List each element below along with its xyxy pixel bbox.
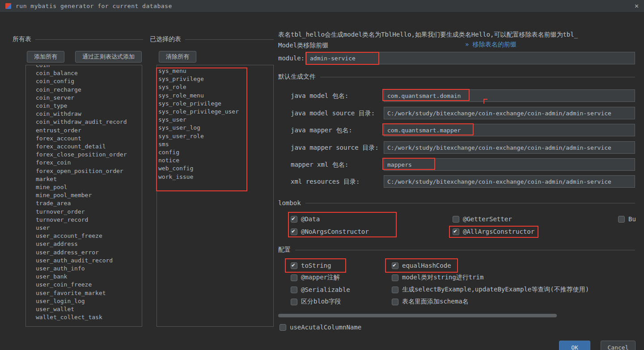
add-all-button[interactable]: 添加所有 <box>27 51 64 63</box>
lombok-gettersetter-checkbox[interactable]: @GetterSetter <box>453 215 512 223</box>
all-tables-list[interactable]: coincoin_balancecoin_configcoin_recharge… <box>25 65 142 327</box>
list-item[interactable]: forex_close_position_order <box>36 151 142 159</box>
list-item[interactable]: sys_role_privilege_user <box>158 108 273 116</box>
config-schema-name-checkbox[interactable]: 表名里面添加schema名 <box>392 298 469 306</box>
checkbox-box[interactable] <box>453 216 459 223</box>
checkbox-box[interactable] <box>291 287 297 293</box>
list-item[interactable]: coin_withdraw <box>36 110 142 118</box>
lombok-allargsconstructor-checkbox[interactable]: @AllArgsConstructor <box>453 228 534 236</box>
config-mapper-annotation-checkbox[interactable]: @mapper注解 <box>291 274 340 282</box>
list-item[interactable]: coin_withdraw_audit_record <box>36 118 142 126</box>
list-item[interactable]: coin_balance <box>36 69 142 77</box>
checkbox-box[interactable] <box>392 299 398 305</box>
list-item[interactable]: forex_coin <box>36 159 142 167</box>
java-model-package-input[interactable]: com.quantsmart.domain <box>384 89 635 102</box>
list-item[interactable]: config <box>158 148 273 156</box>
selected-tables-list[interactable]: sys_menusys_privilegesys_rolesys_role_me… <box>157 65 274 327</box>
close-icon[interactable]: ✕ <box>635 3 639 9</box>
add-by-regex-button[interactable]: 通过正则表达式添加 <box>75 51 142 63</box>
checkbox-box[interactable] <box>291 262 297 269</box>
list-item[interactable]: user_wallet <box>36 305 142 313</box>
list-item[interactable]: notice <box>158 156 273 164</box>
list-item[interactable]: user_address <box>36 240 142 248</box>
checkbox-box[interactable] <box>291 228 297 235</box>
list-item[interactable]: sys_role_privilege <box>158 100 273 108</box>
checkbox-box[interactable] <box>291 274 297 281</box>
list-item[interactable]: mine_pool_member <box>36 191 142 199</box>
scrollbar-thumb[interactable] <box>278 314 557 317</box>
java-model-source-label: java model source 目录: <box>291 110 375 118</box>
module-row: module: admin-service <box>278 52 635 64</box>
config-serializable-checkbox[interactable]: @Serializable <box>291 286 350 294</box>
cancel-button[interactable]: Cancel <box>601 341 636 350</box>
list-item[interactable]: coin <box>36 65 142 69</box>
list-item[interactable]: forex_account <box>36 135 142 143</box>
list-item[interactable]: sys_menu <box>158 67 273 75</box>
list-item[interactable]: forex_account_detail <box>36 143 142 151</box>
list-item[interactable]: user_address_error <box>36 249 142 257</box>
list-item[interactable]: sys_role <box>158 83 273 91</box>
use-actual-column-name-checkbox[interactable]: useAcutalColumnName <box>280 323 361 331</box>
checkbox-label: @NoArgsConstructor <box>301 228 369 235</box>
list-item[interactable]: coin_recharge <box>36 86 142 94</box>
checkbox-box[interactable] <box>392 262 398 269</box>
checkbox-label: @AllArgsConstructor <box>463 228 534 235</box>
horizontal-scrollbar[interactable] <box>278 314 635 317</box>
list-item[interactable]: user_coin_freeze <box>36 281 142 289</box>
xml-resources-input[interactable]: C:/work/study/bitexchange/coin-exchange/… <box>384 175 635 188</box>
list-item[interactable]: market <box>36 175 142 183</box>
list-item[interactable]: web_config <box>158 164 273 173</box>
generator-settings-panel: 表名tbl_hello会生成model类名为TblHello,如果我们要生成类名… <box>278 28 644 350</box>
java-mapper-source-input[interactable]: C:/work/study/bitexchange/coin-exchange/… <box>384 141 635 154</box>
list-item[interactable]: coin_config <box>36 77 142 85</box>
java-mapper-package-input[interactable]: com.quantsmart.mapper <box>384 124 635 136</box>
list-item[interactable]: turnover_record <box>36 216 142 224</box>
list-item[interactable]: user_favorite_market <box>36 289 142 297</box>
section-default-files-label: 默认生成文件 <box>278 73 316 81</box>
checkbox-box[interactable] <box>618 216 625 223</box>
list-item[interactable]: work_issue <box>158 173 273 181</box>
lombok-data-checkbox[interactable]: @Data <box>291 215 320 223</box>
list-item[interactable]: sys_user_role <box>158 132 273 140</box>
config-blob-field-checkbox[interactable]: 区分blob字段 <box>291 298 341 306</box>
checkbox-box[interactable] <box>392 274 398 281</box>
ok-button[interactable]: OK <box>559 341 590 350</box>
mapper-xml-package-input[interactable]: mappers <box>384 158 635 171</box>
list-item[interactable]: user_account_freeze <box>36 232 142 240</box>
list-item[interactable]: turnover_order <box>36 208 142 216</box>
list-item[interactable]: wallet_collect_task <box>36 313 142 321</box>
java-model-source-input[interactable]: C:/work/study/bitexchange/coin-exchange/… <box>384 107 635 119</box>
list-item[interactable]: entrust_order <box>36 127 142 135</box>
clear-all-button[interactable]: 清除所有 <box>159 51 196 63</box>
list-item[interactable]: coin_type <box>36 102 142 110</box>
config-string-trim-checkbox[interactable]: model类对string进行trim <box>392 274 483 282</box>
list-item[interactable]: sys_role_menu <box>158 92 273 100</box>
list-item[interactable]: user_bank <box>36 273 142 281</box>
list-item[interactable]: sys_user <box>158 116 273 124</box>
list-item[interactable]: coin_server <box>36 94 142 102</box>
list-item[interactable]: trade_area <box>36 199 142 207</box>
lombok-noargsconstructor-checkbox[interactable]: @NoArgsConstructor <box>291 228 369 236</box>
list-item[interactable]: sys_privilege <box>158 75 273 83</box>
remove-prefix-link[interactable]: » 移除表名的前缀 <box>465 41 517 49</box>
mapper-xml-package-label: mapper xml 包名: <box>291 161 348 169</box>
list-item[interactable]: mine_pool <box>36 183 142 191</box>
checkbox-label: @Serializable <box>301 286 350 293</box>
module-input[interactable]: admin-service <box>306 52 635 64</box>
list-item[interactable]: user_auth_info <box>36 265 142 273</box>
list-item[interactable]: sms <box>158 140 273 148</box>
list-item[interactable]: forex_open_position_order <box>36 167 142 175</box>
list-item[interactable]: user <box>36 224 142 232</box>
config-tostring-checkbox[interactable]: toString <box>291 261 331 270</box>
checkbox-box[interactable] <box>291 216 297 223</box>
config-equalhashcode-checkbox[interactable]: equalHashCode <box>392 261 451 270</box>
list-item[interactable]: user_auth_audit_record <box>36 257 142 265</box>
config-selectbyexample-checkbox[interactable]: 生成selectByExample,updateByExample等查询(不推荐… <box>392 286 589 294</box>
checkbox-box[interactable] <box>392 287 398 293</box>
checkbox-box[interactable] <box>291 299 297 305</box>
checkbox-box[interactable] <box>453 228 459 235</box>
list-item[interactable]: user_login_log <box>36 297 142 305</box>
lombok-builder-checkbox[interactable]: Bu <box>618 215 636 223</box>
list-item[interactable]: sys_user_log <box>158 124 273 132</box>
checkbox-box[interactable] <box>280 324 286 331</box>
